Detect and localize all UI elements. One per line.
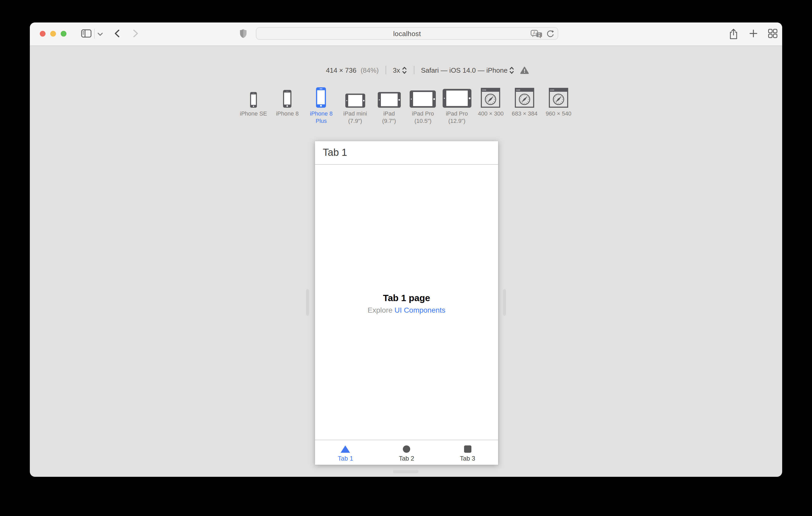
tab-3[interactable]: Tab 3: [437, 440, 498, 465]
device-ipad[interactable]: iPad(9.7"): [372, 83, 406, 124]
safari-window: localhost A x: [30, 23, 782, 477]
toolbar-separator: [385, 66, 386, 74]
translate-icon[interactable]: A x: [530, 30, 543, 38]
url-text: localhost: [393, 30, 421, 37]
device-ipad-mini[interactable]: iPad mini(7.9"): [338, 83, 372, 124]
app-tabbar: Tab 1 Tab 2 Tab 3: [315, 440, 498, 465]
device-683x384[interactable]: 683 × 384: [508, 83, 542, 124]
toolbar-separator: [413, 66, 414, 74]
viewport-size-text: 414 × 736: [326, 66, 356, 74]
device-400x300[interactable]: 400 × 300: [474, 83, 508, 124]
viewport-zoom-text: (84%): [360, 66, 379, 74]
close-window-button[interactable]: [39, 31, 45, 36]
viewport-preview: Tab 1 Tab 1 page Explore UI Components T…: [315, 141, 498, 465]
device-iphone-8-plus[interactable]: iPhone 8Plus: [304, 83, 338, 124]
page-title: Tab 1 page: [315, 293, 498, 303]
titlebar-divider: [94, 29, 95, 39]
device-preset-row: iPhone SE iPhone 8: [236, 83, 576, 124]
minimize-window-button[interactable]: [50, 31, 56, 36]
resize-handle-left[interactable]: [306, 289, 309, 316]
iphone-se-icon: [250, 83, 257, 108]
browser-400x300-icon: [481, 83, 500, 108]
circle-icon: [403, 446, 410, 453]
sidebar-toggle-icon[interactable]: [81, 29, 92, 38]
tab-2[interactable]: Tab 2: [376, 440, 437, 465]
tab-1[interactable]: Tab 1: [315, 440, 376, 465]
explore-label: Explore: [368, 306, 395, 314]
device-ipad-pro-12[interactable]: iPad Pro(12.9"): [440, 83, 474, 124]
device-iphone-se[interactable]: iPhone SE: [236, 83, 270, 124]
browser-titlebar: localhost A x: [30, 23, 782, 46]
ui-components-link[interactable]: UI Components: [395, 306, 445, 314]
share-icon[interactable]: [729, 28, 738, 40]
ipad-mini-icon: [345, 83, 365, 108]
browser-683x384-icon: [515, 83, 534, 108]
screen: localhost A x: [0, 0, 812, 516]
zoom-window-button[interactable]: [60, 31, 66, 36]
resize-handle-right[interactable]: [503, 289, 506, 316]
pixel-ratio-select[interactable]: 3x: [393, 66, 400, 74]
device-960x540[interactable]: 960 × 540: [542, 83, 576, 124]
back-button[interactable]: [114, 29, 120, 38]
user-agent-select[interactable]: Safari — iOS 14.0 — iPhone: [421, 66, 508, 74]
tab-overview-icon[interactable]: [768, 29, 778, 38]
forward-button[interactable]: [133, 29, 139, 38]
new-tab-icon[interactable]: [749, 29, 758, 38]
app-navbar-title: Tab 1: [323, 147, 347, 158]
privacy-shield-icon: [240, 29, 247, 38]
browser-960x540-icon: [549, 83, 568, 108]
triangle-icon: [341, 446, 350, 453]
warning-icon[interactable]: [520, 66, 529, 74]
ipad-icon: [377, 83, 401, 108]
ipad-pro-10-icon: [410, 83, 436, 108]
reload-icon[interactable]: [546, 30, 555, 38]
square-icon: [464, 446, 471, 453]
page-content: Tab 1 page Explore UI Components: [315, 293, 498, 314]
resize-handle-bottom[interactable]: [393, 470, 418, 473]
address-bar[interactable]: localhost A x: [256, 27, 558, 40]
chevron-down-icon[interactable]: [97, 32, 103, 36]
iphone-8-plus-icon: [316, 83, 326, 108]
rdm-toolbar: 414 × 736 (84%) 3x Safari — iOS 14.0 — i…: [326, 65, 529, 75]
user-agent-stepper-icon[interactable]: [509, 66, 514, 74]
app-navbar: Tab 1: [315, 141, 498, 165]
pixel-ratio-stepper-icon[interactable]: [402, 66, 407, 74]
device-ipad-pro-10[interactable]: iPad Pro(10.5"): [406, 83, 440, 124]
svg-text:x: x: [538, 33, 540, 37]
iphone-8-icon: [283, 83, 291, 108]
svg-text:A: A: [533, 31, 536, 35]
ipad-pro-12-icon: [442, 83, 471, 108]
device-iphone-8[interactable]: iPhone 8: [270, 83, 304, 124]
